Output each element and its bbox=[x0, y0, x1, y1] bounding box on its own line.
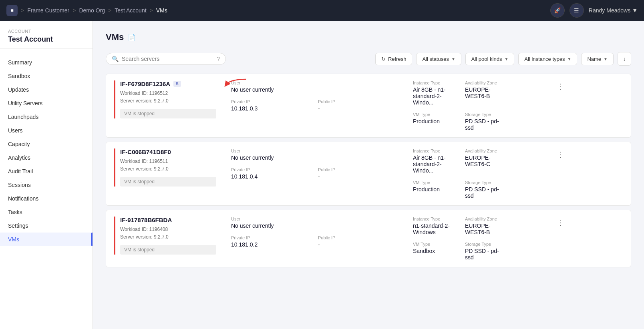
breadcrumb-frame-customer[interactable]: Frame Customer bbox=[27, 7, 69, 14]
user-menu[interactable]: Randy Meadows ▼ bbox=[589, 7, 638, 14]
sidebar-item-updates[interactable]: Updates bbox=[0, 83, 93, 96]
page-doc-icon[interactable]: 📄 bbox=[128, 34, 136, 41]
vm-status-2: VM is stopped bbox=[120, 177, 216, 187]
storage-type-label-3: Storage Type bbox=[465, 242, 507, 247]
all-instance-types-filter[interactable]: All instance types ▼ bbox=[518, 53, 577, 65]
private-ip-value-2: 10.181.0.4 bbox=[231, 173, 308, 180]
vm-public-ip-col-3: Public IP - bbox=[313, 235, 400, 248]
vm-list: IF-F679D8F1236A S Workload ID: 1196512 S… bbox=[106, 74, 631, 271]
vm-public-ip-col-2: Public IP - bbox=[313, 167, 400, 180]
sidebar-item-utility-servers[interactable]: Utility Servers bbox=[0, 96, 93, 110]
refresh-button[interactable]: ↻ Refresh bbox=[375, 53, 413, 65]
search-input[interactable] bbox=[122, 56, 213, 62]
sort-direction-icon: ↓ bbox=[623, 56, 626, 62]
breadcrumb-test-account[interactable]: Test Account bbox=[115, 7, 146, 14]
search-help-icon[interactable]: ? bbox=[217, 56, 220, 62]
vm-id-3[interactable]: IF-917878B6FBDA bbox=[120, 217, 172, 223]
page-header: VMs 📄 bbox=[106, 32, 631, 42]
vm-name-1: IF-F679D8F1236A S bbox=[120, 80, 226, 87]
breadcrumb-demo-org[interactable]: Demo Org bbox=[79, 7, 105, 14]
vm-instance-type-col-2: Instance Type Air 8GB - n1-standard-2-Wi… bbox=[408, 148, 460, 174]
vm-public-ip-col-1: Public IP - bbox=[313, 99, 400, 112]
private-ip-label-3: Private IP bbox=[231, 235, 308, 240]
vm-private-ip-col-3: Private IP 10.181.0.2 bbox=[226, 235, 313, 248]
sidebar-account: Account Test Account bbox=[0, 21, 93, 49]
vm-type-col-1: VM Type Production bbox=[408, 112, 460, 131]
vm-availability-zone-col-1: Availability Zone EUROPE-WEST6-B bbox=[460, 80, 512, 106]
vm-storage-type-col-3: Storage Type PD SSD - pd-ssd bbox=[460, 242, 512, 261]
search-icon: 🔍 bbox=[112, 56, 119, 62]
vm-type-value-2: Production bbox=[413, 186, 455, 193]
vm-more-menu-2[interactable]: ⋮ bbox=[512, 148, 608, 159]
sidebar-item-launchpads[interactable]: Launchpads bbox=[0, 110, 93, 124]
sidebar-item-users[interactable]: Users bbox=[0, 124, 93, 137]
public-ip-value-1: - bbox=[318, 105, 395, 112]
workload-id-label-2: Workload ID: 1196511 bbox=[120, 158, 226, 165]
workload-id-label-1: Workload ID: 1196512 bbox=[120, 90, 226, 97]
rocket-icon-btn[interactable]: 🚀 bbox=[550, 3, 565, 18]
public-ip-value-3: - bbox=[318, 241, 395, 248]
sort-direction-button[interactable]: ↓ bbox=[618, 52, 631, 66]
user-label-2: User bbox=[231, 148, 308, 153]
user-value-3: No user currently bbox=[231, 223, 308, 229]
vm-type-col-3: VM Type Sandbox bbox=[408, 242, 460, 261]
public-ip-label-3: Public IP bbox=[318, 235, 395, 240]
vm-type-value-3: Sandbox bbox=[413, 248, 455, 254]
search-box: 🔍 ? bbox=[106, 53, 226, 65]
vm-more-menu-1[interactable]: ⋮ bbox=[512, 80, 608, 91]
vm-user-col-3: User No user currently bbox=[226, 217, 313, 229]
vm-meta-1: Workload ID: 1196512 Server version: 9.2… bbox=[120, 90, 226, 105]
instance-type-label-3: Instance Type bbox=[413, 217, 455, 221]
vm-name-3: IF-917878B6FBDA bbox=[120, 217, 226, 223]
vm-status-3: VM is stopped bbox=[120, 245, 216, 255]
sidebar-item-notifications[interactable]: Notifications bbox=[0, 192, 93, 205]
storage-type-label-2: Storage Type bbox=[465, 180, 507, 185]
vm-info-right-2: Instance Type Air 8GB - n1-standard-2-Wi… bbox=[400, 148, 512, 199]
sidebar-item-analytics[interactable]: Analytics bbox=[0, 151, 93, 164]
sort-label: Name bbox=[587, 56, 601, 62]
vm-type-label-3: VM Type bbox=[413, 242, 455, 247]
sidebar-nav: Summary Sandbox Updates Utility Servers … bbox=[0, 52, 93, 249]
list-icon-btn[interactable]: ☰ bbox=[570, 3, 584, 18]
sidebar-item-vms[interactable]: VMs bbox=[0, 233, 93, 246]
vm-id-2[interactable]: IF-C006B741D8F0 bbox=[120, 148, 171, 155]
topnav-right: 🚀 ☰ Randy Meadows ▼ bbox=[550, 3, 638, 18]
workload-id-label-3: Workload ID: 1196408 bbox=[120, 226, 226, 233]
vm-private-ip-col-2: Private IP 10.181.0.4 bbox=[226, 167, 313, 180]
sort-filter[interactable]: Name ▼ bbox=[581, 53, 614, 65]
vm-more-menu-3[interactable]: ⋮ bbox=[512, 217, 608, 227]
all-statuses-filter[interactable]: All statuses ▼ bbox=[416, 53, 461, 65]
sidebar-item-sessions[interactable]: Sessions bbox=[0, 178, 93, 192]
vm-type-value-1: Production bbox=[413, 118, 455, 124]
refresh-icon: ↻ bbox=[381, 56, 386, 62]
vm-info-center-1: User No user currently Private IP 10.181… bbox=[226, 80, 400, 112]
chevron-down-icon: ▼ bbox=[604, 57, 608, 61]
sidebar-item-settings[interactable]: Settings bbox=[0, 219, 93, 233]
sidebar-item-sandbox[interactable]: Sandbox bbox=[0, 69, 93, 83]
server-version-label-1: Server version: 9.2.7.0 bbox=[120, 97, 226, 105]
vm-info-center-3: User No user currently Private IP 10.181… bbox=[226, 217, 400, 248]
vm-meta-3: Workload ID: 1196408 Server version: 9.2… bbox=[120, 226, 226, 241]
account-name: Test Account bbox=[8, 35, 85, 44]
chevron-down-icon: ▼ bbox=[451, 57, 455, 61]
vm-name-2: IF-C006B741D8F0 bbox=[120, 148, 226, 155]
storage-type-value-2: PD SSD - pd-ssd bbox=[465, 186, 507, 199]
vm-type-label-2: VM Type bbox=[413, 180, 455, 185]
sidebar-item-capacity[interactable]: Capacity bbox=[0, 137, 93, 151]
instance-type-value-1: Air 8GB - n1-standard-2-Windo... bbox=[413, 86, 455, 106]
vm-user-col-2: User No user currently bbox=[226, 148, 313, 161]
red-arrow-annotation bbox=[222, 77, 248, 91]
vm-badge-1: S bbox=[173, 81, 181, 87]
sidebar-item-summary[interactable]: Summary bbox=[0, 56, 93, 69]
availability-zone-label-1: Availability Zone bbox=[465, 80, 507, 85]
table-row: IF-917878B6FBDA Workload ID: 1196408 Ser… bbox=[106, 210, 631, 267]
sidebar-item-audit-trail[interactable]: Audit Trail bbox=[0, 164, 93, 178]
vm-card-left-3: IF-917878B6FBDA Workload ID: 1196408 Ser… bbox=[114, 217, 226, 255]
vm-status-1: VM is stopped bbox=[120, 109, 216, 118]
availability-zone-value-2: EUROPE-WEST6-C bbox=[465, 154, 507, 167]
app-logo: ■ bbox=[6, 5, 18, 16]
sidebar-item-tasks[interactable]: Tasks bbox=[0, 205, 93, 219]
all-pool-kinds-filter[interactable]: All pool kinds ▼ bbox=[465, 53, 515, 65]
vm-id-1[interactable]: IF-F679D8F1236A bbox=[120, 80, 170, 87]
vm-storage-type-col-2: Storage Type PD SSD - pd-ssd bbox=[460, 180, 512, 199]
